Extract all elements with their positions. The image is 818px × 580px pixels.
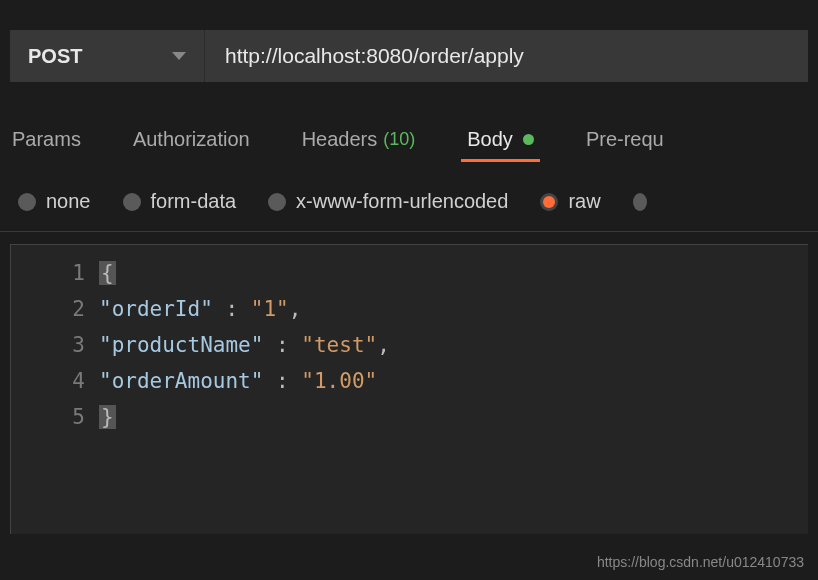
json-value: "1.00" bbox=[301, 369, 377, 393]
code-content[interactable]: { "orderId" : "1", "productName" : "test… bbox=[99, 245, 390, 534]
line-number: 3 bbox=[21, 327, 85, 363]
json-key: "orderAmount" bbox=[99, 369, 263, 393]
body-type-radios: none form-data x-www-form-urlencoded raw bbox=[0, 160, 818, 231]
body-editor[interactable]: 1 2 3 4 5 { "orderId" : "1", "productNam… bbox=[10, 244, 808, 534]
tab-prerequest[interactable]: Pre-requ bbox=[584, 120, 666, 159]
tab-headers[interactable]: Headers (10) bbox=[300, 120, 418, 159]
radio-none-label: none bbox=[46, 190, 91, 213]
radio-none[interactable]: none bbox=[18, 190, 91, 213]
brace-open: { bbox=[99, 261, 116, 285]
radio-raw-label: raw bbox=[568, 190, 600, 213]
radio-icon bbox=[123, 193, 141, 211]
radio-urlencoded[interactable]: x-www-form-urlencoded bbox=[268, 190, 508, 213]
tab-body[interactable]: Body bbox=[465, 120, 536, 159]
tab-authorization-label: Authorization bbox=[133, 128, 250, 151]
json-key: "productName" bbox=[99, 333, 263, 357]
line-number: 1 bbox=[21, 255, 85, 291]
tab-authorization[interactable]: Authorization bbox=[131, 120, 252, 159]
json-value: "test" bbox=[301, 333, 377, 357]
chevron-down-icon bbox=[172, 52, 186, 60]
watermark: https://blog.csdn.net/u012410733 bbox=[597, 554, 804, 570]
request-tabs: Params Authorization Headers (10) Body P… bbox=[0, 92, 818, 160]
json-value: "1" bbox=[251, 297, 289, 321]
json-key: "orderId" bbox=[99, 297, 213, 321]
url-input[interactable] bbox=[205, 30, 808, 82]
tab-body-label: Body bbox=[467, 128, 513, 151]
radio-form-data-label: form-data bbox=[151, 190, 237, 213]
radio-raw[interactable]: raw bbox=[540, 190, 600, 213]
radio-icon bbox=[18, 193, 36, 211]
tab-headers-count: (10) bbox=[383, 129, 415, 150]
tab-headers-label: Headers bbox=[302, 128, 378, 151]
tab-params[interactable]: Params bbox=[10, 120, 83, 159]
radio-urlencoded-label: x-www-form-urlencoded bbox=[296, 190, 508, 213]
radio-form-data[interactable]: form-data bbox=[123, 190, 237, 213]
line-gutter: 1 2 3 4 5 bbox=[11, 245, 99, 534]
http-method-value: POST bbox=[28, 45, 82, 68]
line-number: 4 bbox=[21, 363, 85, 399]
divider bbox=[0, 231, 818, 232]
tab-params-label: Params bbox=[12, 128, 81, 151]
radio-truncated-icon bbox=[633, 193, 647, 211]
line-number: 2 bbox=[21, 291, 85, 327]
radio-icon bbox=[268, 193, 286, 211]
body-modified-indicator-icon bbox=[523, 134, 534, 145]
brace-close: } bbox=[99, 405, 116, 429]
http-method-select[interactable]: POST bbox=[10, 30, 205, 82]
line-number: 5 bbox=[21, 399, 85, 435]
tab-prerequest-label: Pre-requ bbox=[586, 128, 664, 151]
radio-icon bbox=[540, 193, 558, 211]
